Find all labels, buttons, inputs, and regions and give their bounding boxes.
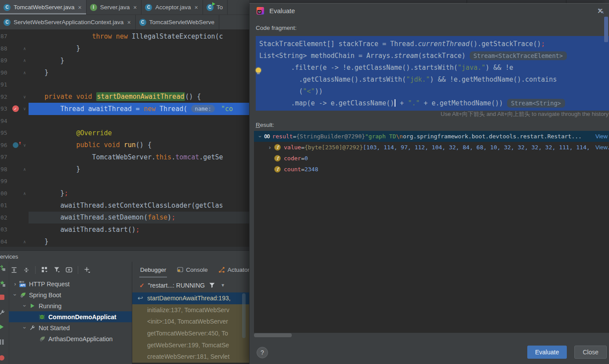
code-line-text: TomcatWebServer.this.tomcat.getSe [29,151,249,163]
editor-line[interactable]: 04∧ } [0,236,249,248]
expand-all-icon[interactable] [11,267,18,274]
editor-line[interactable]: 91 [0,79,249,91]
collapse-all-icon[interactable] [23,267,30,274]
bug-icon [38,314,46,321]
code-token: ; [136,226,140,234]
editor-line[interactable]: 98∧ } [0,163,249,176]
fold-marker-icon[interactable]: ∧ [21,191,29,196]
fold-marker-icon[interactable]: ∧ [21,70,29,75]
editor-line[interactable]: 92∨ private void startDaemonAwaitThread(… [0,91,249,103]
intention-bulb-icon[interactable] [256,68,261,73]
editor-row1-tab[interactable]: IServer.java× [87,0,142,14]
help-button[interactable]: ? [257,347,268,358]
editor-row1-tab[interactable]: CTomcatWebServer.java× [0,0,87,14]
value-token: = [301,155,304,162]
session-chevron-down-icon[interactable]: ▼ [221,283,225,288]
line-number: 90 [0,69,10,76]
value-token: = [293,133,296,140]
rerun-icon[interactable] [0,264,6,271]
services-tree-row[interactable]: ›Not Started [9,322,132,333]
fold-marker-icon[interactable]: ∧ [21,167,29,172]
rerun-debug-icon[interactable] [0,280,6,287]
tree-chevron-icon[interactable]: › [257,133,263,140]
fold-marker-icon[interactable]: ∧ [21,58,29,63]
editor-line[interactable]: 01 awaitThread.setContextClassLoader(get… [0,199,249,212]
override-marker-icon[interactable] [13,142,18,148]
result-horizontal-scrollbar[interactable] [254,333,292,337]
tree-chevron-icon[interactable]: › [22,324,28,332]
breakpoint-icon[interactable]: ✓ [12,105,19,112]
code-fragment-scrollbar[interactable] [604,17,608,42]
editor-row2-tab[interactable]: CTomcatServletWebServe [136,15,219,29]
collapse-expand-icon[interactable] [598,8,604,14]
editor-line[interactable]: 93✓∨ Thread awaitThread = new Thread( na… [0,103,249,115]
fold-marker-icon[interactable]: ∨ [21,94,29,99]
editor-line[interactable]: 88∧ } [0,43,249,55]
editor-line[interactable]: 97 TomcatWebServer.this.tomcat.getSe [0,151,249,163]
frames-filter-funnel-icon[interactable] [208,282,215,289]
frame-row[interactable]: getTomcatWebServer:450, To [132,328,250,339]
editor-line[interactable]: 02 awaitThread.setDaemon(false); [0,212,249,224]
editor-line[interactable]: 00∧ }; [0,187,249,200]
code-line-text: } [29,236,249,248]
tree-chevron-icon[interactable]: › [11,281,19,287]
editor-line[interactable]: 96∨ public void run() { [0,139,249,151]
group-grid-icon[interactable] [41,267,48,274]
result-tree-row[interactable]: ›fvalue = {byte[2350]@7292} [103, 114, 9… [254,142,609,153]
fold-marker-icon[interactable]: ∨ [21,143,29,148]
fold-marker-icon[interactable]: ∧ [21,239,29,244]
code-fragment-editor[interactable]: StackTraceElement[] stackTrace = Thread.… [256,36,609,111]
editor-line[interactable]: 90∧ } [0,67,249,79]
editor-row1-tab[interactable]: CAcceptor.java× [141,0,203,14]
evaluate-button[interactable]: Evaluate [527,346,567,359]
tree-chevron-icon[interactable]: › [22,302,28,310]
wrench-icon[interactable] [0,309,6,316]
result-tree-row[interactable]: ›OOresult = {StringBuilder@7290} "graph … [254,131,609,142]
fold-marker-icon[interactable]: ∨ [21,106,29,111]
result-tree-row[interactable]: fcoder = 0 [254,153,609,164]
services-tree-row[interactable]: CommonDemoApplicat [9,311,132,322]
editor-line[interactable]: 87 throw new IllegalStateException(c [0,30,249,43]
tree-chevron-icon[interactable]: › [266,144,273,151]
frame-row[interactable]: initialize:137, TomcatWebServ [132,304,250,316]
services-tree-row[interactable]: ArthasDemoApplication [9,333,132,344]
fold-marker-icon[interactable]: ∧ [21,46,29,51]
pause-icon[interactable] [0,339,6,346]
result-tree-row[interactable]: fcount = 2348 [254,164,609,175]
editor-row2-tab[interactable]: CServletWebServerApplicationContext.java… [0,15,136,29]
services-tree-row[interactable]: ›APIHTTP Request [9,278,132,289]
editor-line[interactable]: 94 [0,115,249,127]
stop-icon[interactable] [0,294,6,301]
code-editor[interactable]: 87 throw new IllegalStateException(c88∧ … [0,29,249,248]
editor-bottom-scroll-track[interactable] [0,247,249,250]
tree-chevron-icon[interactable]: › [12,291,18,299]
frames-scrollbar[interactable] [242,293,246,338]
view-link[interactable]: View [592,142,608,153]
close-tab-icon[interactable]: × [127,19,130,26]
view-link[interactable]: View [592,131,608,142]
close-tab-icon[interactable]: × [195,4,198,11]
frame-row[interactable]: <init>:104, TomcatWebServer [132,316,250,328]
editor-line[interactable]: 95 @Override [0,127,249,139]
filter-funnel-icon[interactable] [53,267,60,274]
tab-console[interactable]: Console [177,262,208,278]
close-button[interactable]: Close [574,346,607,359]
editor-line[interactable]: 89∧ } [0,54,249,67]
editor-line[interactable]: 03 awaitThread.start(); [0,223,249,236]
add-plus-icon[interactable] [83,267,91,274]
tab-actuator[interactable]: Actuator [218,262,250,278]
services-tree-row[interactable]: ›Spring Boot [9,289,132,300]
editor-line[interactable]: 99 [0,175,249,187]
reddot-icon[interactable] [0,355,6,362]
editor-row1-tab[interactable]: CTo [203,0,228,14]
run-icon[interactable] [0,324,6,331]
close-tab-icon[interactable]: × [133,4,137,11]
tab-debugger[interactable]: Debugger [140,262,166,278]
frame-row[interactable]: ↩startDaemonAwaitThread:193, [132,292,250,304]
frame-row[interactable]: createWebServer:181, Servlet [132,351,250,363]
frame-row[interactable]: getWebServer:199, TomcatSe [132,339,250,351]
close-tab-icon[interactable]: × [78,4,82,11]
debug-session-row[interactable]: ✓ "restart...: RUNNING ▼ [132,278,250,292]
services-tree-row[interactable]: ›Running [9,300,132,311]
add-frame-icon[interactable] [65,267,72,274]
